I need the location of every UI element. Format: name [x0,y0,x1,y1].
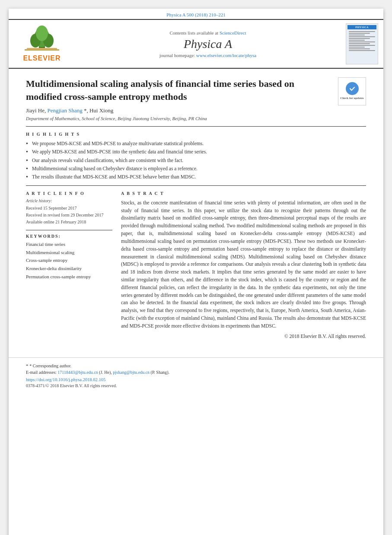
received-date-1: Received 15 September 2017 Received in r… [26,205,112,226]
thumb-line [349,40,364,41]
list-item: We apply MDS-KCSE and MDS-PCSE into the … [26,148,366,155]
svg-point-4 [36,25,48,41]
thumb-line [349,45,375,46]
highlights-section: H I G H L I G H T S We propose MDS-KCSE … [26,132,366,180]
email-link-1[interactable]: 17118443@bjtu.edu.cn [57,370,98,375]
thumb-line [349,50,375,51]
sciencedirect-link[interactable]: ScienceDirect [220,30,246,35]
list-item: Multidimensional scaling based on Chebys… [26,165,366,172]
content-area: Multidimensional scaling analysis of fin… [9,69,383,349]
thumb-line [349,31,375,32]
thumb-line [349,33,370,34]
highlights-label: H I G H L I G H T S [26,132,366,137]
thumb-line [349,47,364,48]
abstract-text: Stocks, as the concrete manifestation of… [121,199,366,341]
keyword-item: Kronecker-delta dissimilarity [26,264,112,273]
thumb-line [349,41,375,42]
homepage-url[interactable]: www.elsevier.com/locate/physa [196,53,256,58]
citation-bar: Physica A 500 (2018) 210–221 [9,9,383,19]
svg-rect-6 [27,48,57,50]
thumb-line [349,38,370,39]
list-item: We propose MDS-KCSE and MDS-PCSE to anal… [26,140,366,147]
keywords-label: Keywords: [26,234,112,239]
keyword-item: Cross-sample entropy [26,256,112,264]
history-label: Article history: [26,198,112,203]
left-column: A R T I C L E I N F O Article history: R… [26,191,112,341]
list-item: Our analysis reveals valid classificatio… [26,157,366,164]
corresponding-author: Pengjian Shang [47,107,82,114]
corresponding-footnote: * * Corresponding author. [26,363,366,368]
journal-header: ELSEVIER Contents lists available at Sci… [9,19,383,69]
keywords-section: Keywords: Financial time series Multidim… [26,234,112,280]
email-link-2[interactable]: pjshang@bjtu.edu.cn [113,370,150,375]
article-info-label: A R T I C L E I N F O [26,191,112,196]
page: Physica A 500 (2018) 210–221 ELSEVIER [9,9,383,535]
check-circle-icon [346,82,359,95]
highlights-list: We propose MDS-KCSE and MDS-PCSE to anal… [26,140,366,180]
keywords-list: Financial time series Multidimensional s… [26,240,112,280]
contents-line: Contents lists available at ScienceDirec… [74,30,341,35]
copyright-text: © 2018 Elsevier B.V. All rights reserved… [121,333,366,341]
citation-text: Physica A 500 (2018) 210–221 [166,12,225,17]
doi-line: https://doi.org/10.1016/j.physa.2018.02.… [26,377,366,382]
check-badge: Check for updates [338,77,366,105]
two-column-layout: A R T I C L E I N F O Article history: R… [26,191,366,341]
divider [26,230,112,230]
thumb-header: PHYSICA [347,25,376,29]
email-footnote: E-mail addresses: 17118443@bjtu.edu.cn (… [26,370,366,375]
issn-line: 0378-4371/© 2018 Elsevier B.V. All right… [26,383,366,388]
elsevier-tree-icon [22,25,61,54]
article-info-section: A R T I C L E I N F O Article history: R… [26,191,112,226]
thumb-line [349,36,375,37]
divider [26,185,366,186]
abstract-label: A B S T R A C T [121,191,366,196]
elsevier-logo: ELSEVIER [14,25,70,62]
keyword-item: Financial time series [26,240,112,248]
journal-thumbnail: PHYSICA [346,23,378,64]
divider [26,126,366,127]
thumb-line [349,43,370,44]
thumb-line [349,35,364,35]
thumb-line [349,48,370,49]
footer-area: * * Corresponding author. E-mail address… [9,357,383,392]
keyword-item: Multidimensional scaling [26,248,112,257]
journal-homepage: journal homepage: www.elsevier.com/locat… [74,53,341,58]
journal-center: Contents lists available at ScienceDirec… [74,30,341,58]
list-item: The results illustrate that MDS-KCSE and… [26,173,366,180]
right-column: A B S T R A C T Stocks, as the concrete … [121,191,366,341]
elsevier-brand: ELSEVIER [23,54,61,62]
journal-name: Physica A [74,37,341,51]
paper-title: Multidimensional scaling analysis of fin… [26,77,366,103]
affiliation: Department of Mathematics, School of Sci… [26,116,366,121]
authors: Jiayi He, Pengjian Shang *, Hui Xiong [26,107,366,114]
keyword-item: Permutation cross-sample entropy [26,273,112,281]
doi-link[interactable]: https://doi.org/10.1016/j.physa.2018.02.… [26,377,105,382]
checkmark-icon [348,85,356,92]
